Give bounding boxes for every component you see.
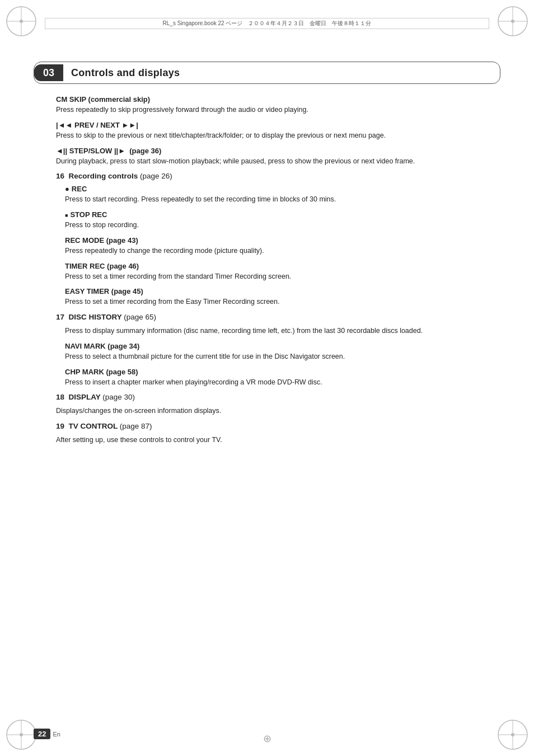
section-num-recording: 16	[56, 172, 69, 180]
bottom-center-mark: ⊕	[263, 732, 271, 745]
corner-decoration-tr	[496, 4, 530, 38]
desc-display: Displays/changes the on-screen informati…	[56, 406, 489, 416]
item-timer-rec: TIMER REC (page 46) Press to set a timer…	[65, 262, 489, 282]
item-desc-prev-next: Press to skip to the previous or next ti…	[56, 130, 489, 141]
item-title-rec: REC	[65, 185, 489, 193]
section-tv-control: 19 TV CONTROL (page 87) After setting up…	[56, 422, 489, 445]
item-title-prev-next: |◄◄ PREV / NEXT ►►|	[56, 121, 489, 129]
item-title-timer-rec: TIMER REC (page 46)	[65, 262, 489, 270]
item-title-step-slow: ◄|| STEP/SLOW ||► (page 36)	[56, 147, 489, 155]
file-info-bar: RL_s Singapore.book 22 ページ ２００４年４月２３日 金曜…	[45, 18, 489, 29]
item-cm-skip: CM SKIP (commercial skip) Press repeated…	[56, 95, 489, 115]
section-disc-history: 17 DISC HISTORY (page 65) Press to displ…	[56, 313, 489, 387]
item-title-cm-skip: CM SKIP (commercial skip)	[56, 95, 489, 104]
item-prev-next: |◄◄ PREV / NEXT ►►| Press to skip to the…	[56, 121, 489, 141]
item-rec-mode: REC MODE (page 43) Press repeatedly to c…	[65, 236, 489, 256]
section-heading-tv-control: 19 TV CONTROL (page 87)	[56, 422, 489, 430]
item-desc-rec-mode: Press repeatedly to change the recording…	[65, 246, 489, 256]
item-easy-timer: EASY TIMER (page 45) Press to set a time…	[65, 287, 489, 307]
section-heading-disc-history: 17 DISC HISTORY (page 65)	[56, 313, 489, 321]
desc-disc-history: Press to display summary information (di…	[65, 326, 489, 336]
item-title-easy-timer: EASY TIMER (page 45)	[65, 287, 489, 295]
section-num-disc-history: 17	[56, 313, 69, 321]
section-num-display: 18	[56, 393, 69, 401]
item-desc-easy-timer: Press to set a timer recording from the …	[65, 297, 489, 307]
page-number: 22	[34, 729, 50, 739]
item-rec: REC Press to start recording. Press repe…	[65, 185, 489, 205]
item-navi-mark: NAVI MARK (page 34) Press to select a th…	[65, 342, 489, 362]
section-num-tv-control: 19	[56, 422, 69, 430]
section-heading-display: 18 DISPLAY (page 30)	[56, 393, 489, 401]
item-desc-chp-mark: Press to insert a chapter marker when pl…	[65, 377, 489, 388]
chapter-header: 03 Controls and displays	[34, 62, 500, 84]
section-display: 18 DISPLAY (page 30) Displays/changes th…	[56, 393, 489, 416]
section-cm-skip: CM SKIP (commercial skip) Press repeated…	[56, 95, 489, 166]
item-desc-stop-rec: Press to stop recording.	[65, 220, 489, 231]
item-desc-navi-mark: Press to select a thumbnail picture for …	[65, 351, 489, 362]
item-title-rec-mode: REC MODE (page 43)	[65, 236, 489, 245]
item-chp-mark: CHP MARK (page 58) Press to insert a cha…	[65, 368, 489, 388]
item-title-stop-rec: STOP REC	[65, 210, 489, 219]
section-heading-recording: 16 Recording controls (page 26)	[56, 172, 489, 180]
item-desc-step-slow: During playback, press to start slow-mot…	[56, 156, 489, 167]
item-desc-rec: Press to start recording. Press repeated…	[65, 194, 489, 205]
chapter-number: 03	[34, 64, 63, 81]
desc-tv-control: After setting up, use these controls to …	[56, 435, 489, 445]
item-title-navi-mark: NAVI MARK (page 34)	[65, 342, 489, 350]
item-desc-timer-rec: Press to set a timer recording from the …	[65, 271, 489, 282]
page-footer: 22 En	[34, 729, 60, 739]
page-lang: En	[53, 731, 60, 738]
item-stop-rec: STOP REC Press to stop recording.	[65, 210, 489, 231]
corner-decoration-br	[496, 718, 530, 752]
corner-decoration-tl	[4, 4, 38, 38]
item-step-slow: ◄|| STEP/SLOW ||► (page 36) During playb…	[56, 147, 489, 167]
item-desc-cm-skip: Press repeatedly to skip progressively f…	[56, 105, 489, 115]
item-title-chp-mark: CHP MARK (page 58)	[65, 368, 489, 376]
corner-decoration-bl	[4, 718, 38, 752]
chapter-title: Controls and displays	[71, 67, 180, 79]
section-recording-controls: 16 Recording controls (page 26) REC Pres…	[56, 172, 489, 307]
main-content: CM SKIP (commercial skip) Press repeated…	[56, 95, 489, 451]
